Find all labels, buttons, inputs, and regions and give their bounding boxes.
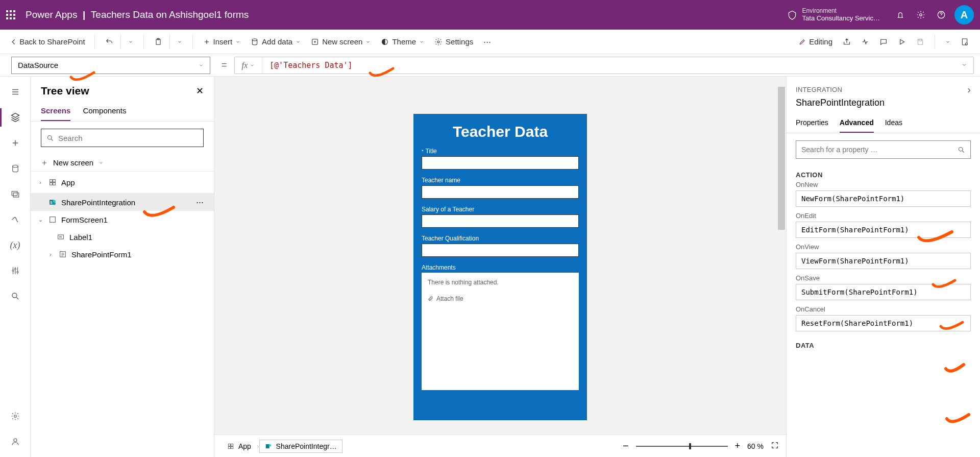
hamburger-icon[interactable] — [9, 86, 21, 98]
qualification-input[interactable] — [422, 244, 579, 257]
editing-mode[interactable]: Editing — [794, 30, 838, 54]
section-data: DATA — [796, 336, 971, 351]
tab-components[interactable]: Components — [83, 101, 126, 121]
preview-button[interactable] — [893, 30, 911, 54]
svg-point-38 — [959, 147, 963, 151]
data-icon[interactable] — [9, 162, 21, 175]
svg-rect-21 — [50, 180, 53, 182]
onedit-input[interactable]: EditForm(SharePointForm1) — [796, 222, 971, 238]
help-icon[interactable] — [931, 5, 951, 25]
settings-icon[interactable] — [911, 5, 931, 25]
tools-icon[interactable] — [9, 264, 21, 277]
undo-dropdown[interactable] — [123, 30, 138, 54]
fit-screen-button[interactable] — [771, 441, 779, 451]
svg-rect-32 — [228, 444, 230, 446]
svg-point-7 — [437, 41, 439, 43]
tab-properties[interactable]: Properties — [796, 113, 828, 133]
formula-input[interactable]: [@'Teachers Data'] — [262, 61, 955, 70]
svg-rect-36 — [265, 444, 269, 448]
tree-item-label[interactable]: Label1 — [31, 228, 214, 246]
onview-input[interactable]: ViewForm(SharePointForm1) — [796, 253, 971, 269]
virtual-agent-icon[interactable] — [9, 436, 21, 448]
tree-view-icon[interactable] — [9, 111, 21, 124]
search-rail-icon[interactable] — [9, 290, 21, 302]
salary-input[interactable] — [422, 214, 579, 228]
variables-icon[interactable]: (x) — [9, 239, 21, 251]
environment-picker[interactable]: Environment Tata Consultancy Servic… — [802, 7, 880, 22]
svg-point-4 — [252, 39, 257, 41]
svg-rect-24 — [53, 183, 56, 185]
app-header: Power Apps | Teachers Data on Ashishgoel… — [0, 0, 980, 30]
onsave-input[interactable]: SubmitForm(SharePointForm1) — [796, 284, 971, 300]
title-input[interactable] — [422, 156, 579, 170]
avatar[interactable]: A — [954, 5, 974, 25]
svg-point-37 — [268, 444, 271, 446]
tab-screens[interactable]: Screens — [41, 101, 70, 121]
theme-button[interactable]: Theme — [376, 30, 429, 54]
back-button[interactable]: Back to SharePoint — [6, 37, 89, 46]
expand-formula-button[interactable] — [955, 61, 973, 70]
new-screen-button[interactable]: New screen — [306, 30, 376, 54]
tree-new-screen[interactable]: New screen — [31, 154, 214, 171]
svg-point-20 — [48, 135, 52, 139]
fx-label[interactable]: fx — [235, 57, 263, 74]
media-icon[interactable] — [9, 188, 21, 200]
settings-rail-icon[interactable] — [9, 410, 21, 422]
attach-file-button[interactable]: Attach file — [428, 295, 573, 302]
equals-label: = — [222, 60, 227, 70]
oncancel-input[interactable]: ResetForm(SharePointForm1) — [796, 315, 971, 331]
svg-text:S: S — [50, 201, 53, 204]
breadcrumb-spi[interactable]: SharePointIntegr… — [259, 440, 342, 453]
canvas-scrollbar[interactable] — [778, 77, 785, 435]
overflow-button[interactable]: ⋯ — [478, 30, 496, 54]
tree-item-more-icon[interactable]: ⋯ — [192, 198, 208, 207]
onnew-input[interactable]: NewForm(SharePointForm1) — [796, 190, 971, 207]
tree-search[interactable] — [41, 129, 204, 147]
settings-button[interactable]: Settings — [429, 30, 478, 54]
notifications-icon[interactable] — [890, 5, 911, 25]
insert-icon[interactable] — [9, 137, 21, 149]
props-search[interactable] — [796, 140, 971, 159]
tree-search-input[interactable] — [58, 134, 198, 142]
zoom-in-button[interactable]: + — [735, 441, 741, 451]
insert-button[interactable]: Insert — [198, 30, 246, 54]
paste-button[interactable] — [149, 30, 167, 54]
flows-icon[interactable] — [9, 213, 21, 226]
share-button[interactable] — [838, 30, 856, 54]
attachments-box[interactable]: There is nothing attached. Attach file — [422, 273, 579, 390]
save-dropdown[interactable] — [940, 30, 955, 54]
tab-advanced[interactable]: Advanced — [840, 113, 874, 133]
breadcrumb-app[interactable]: App — [222, 440, 257, 453]
props-expand-icon[interactable]: › — [967, 84, 971, 95]
paste-dropdown[interactable] — [172, 30, 187, 54]
environment-icon[interactable] — [782, 5, 802, 25]
comments-button[interactable] — [874, 30, 893, 54]
health-button[interactable] — [856, 30, 874, 54]
zoom-out-button[interactable]: − — [623, 440, 629, 452]
teacher-name-input[interactable] — [422, 185, 579, 199]
undo-button[interactable] — [100, 30, 118, 54]
save-button[interactable] — [911, 30, 929, 54]
svg-rect-23 — [50, 183, 53, 185]
svg-rect-22 — [53, 180, 56, 182]
close-tree-icon[interactable]: ✕ — [196, 85, 204, 97]
publish-button[interactable] — [955, 30, 974, 54]
waffle-icon[interactable] — [6, 10, 15, 19]
zoom-slider[interactable] — [636, 446, 728, 447]
svg-point-18 — [14, 415, 16, 418]
tab-ideas[interactable]: Ideas — [885, 113, 902, 133]
tree-item-sharepointform[interactable]: ›SharePointForm1 — [31, 246, 214, 263]
svg-rect-33 — [231, 444, 233, 446]
canvas[interactable]: Teacher Data *Title Teacher name Salary … — [214, 77, 786, 457]
tree-item-sharepoint-integration[interactable]: SSharePointIntegration⋯ — [31, 194, 214, 211]
tree-view-panel: Tree view✕ Screens Components New screen… — [31, 77, 214, 457]
add-data-button[interactable]: Add data — [246, 30, 306, 54]
tree-item-app[interactable]: ›App — [31, 171, 214, 194]
form-heading: Teacher Data — [422, 123, 579, 140]
svg-point-11 — [12, 165, 18, 167]
svg-rect-30 — [58, 235, 64, 239]
props-search-input[interactable] — [801, 146, 958, 154]
tree-item-formscreen[interactable]: ⌄FormScreen1 — [31, 211, 214, 228]
property-selector[interactable]: DataSource — [11, 57, 210, 74]
svg-point-0 — [920, 14, 922, 16]
